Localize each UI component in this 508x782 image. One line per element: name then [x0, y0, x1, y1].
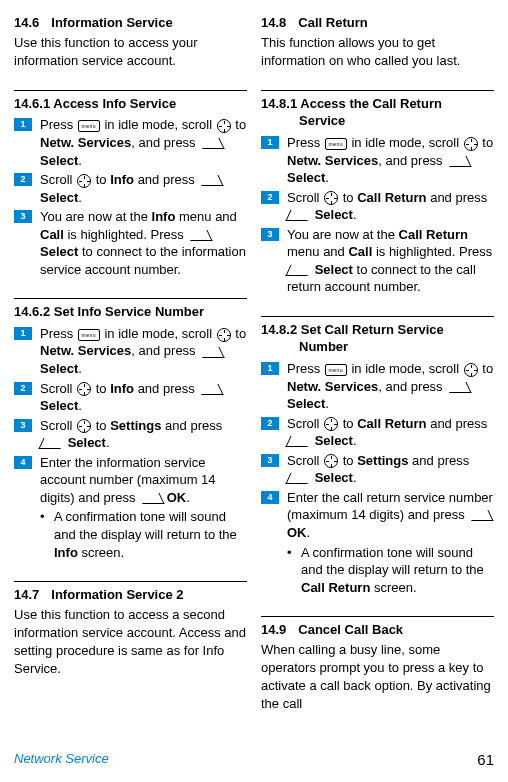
left-column: 14.6Information Service Use this functio…: [14, 14, 247, 733]
softkey-icon: [285, 265, 312, 276]
step-text: Scroll to Call Return and press Select.: [287, 189, 494, 224]
nav-key-icon: [464, 137, 478, 151]
page-number: 61: [477, 750, 494, 770]
section-heading: 14.6Information Service: [14, 14, 247, 32]
step-row: 4 Enter the call return service number (…: [261, 489, 494, 596]
softkey-icon: [285, 473, 312, 484]
section-heading: 14.8Call Return: [261, 14, 494, 32]
divider: [261, 616, 494, 617]
softkey-icon: [137, 493, 164, 504]
step-row: 2 Scroll to Call Return and press Select…: [261, 189, 494, 224]
step-row: 1 Press menu in idle mode, scroll to Net…: [261, 360, 494, 413]
sub-bullet: • A confirmation tone will sound and the…: [40, 508, 247, 561]
menu-key-icon: menu: [78, 120, 100, 132]
step-row: 1 Press menu in idle mode, scroll to Net…: [14, 116, 247, 169]
nav-key-icon: [217, 328, 231, 342]
step-badge: 2: [14, 382, 32, 395]
softkey-icon: [197, 384, 224, 395]
section-14-8-1: 14.8.1 Access the Call Return Service 1 …: [261, 90, 494, 296]
softkey-icon: [285, 436, 312, 447]
step-text: Scroll to Info and press Select.: [40, 171, 247, 206]
menu-key-icon: menu: [325, 138, 347, 150]
nav-key-icon: [77, 174, 91, 188]
nav-key-icon: [77, 419, 91, 433]
subsection-title: 14.8.2 Set Call Return Service Number: [261, 321, 494, 356]
softkey-icon: [198, 138, 225, 149]
bullet-mark: •: [40, 508, 54, 561]
divider: [261, 316, 494, 317]
bullet-text: A confirmation tone will sound and the d…: [54, 508, 247, 561]
softkey-icon: [38, 438, 65, 449]
section-title: Cancel Call Back: [298, 622, 403, 637]
step-row: 3 You are now at the Call Return menu an…: [261, 226, 494, 296]
section-14-6: 14.6Information Service Use this functio…: [14, 14, 247, 70]
step-badge: 2: [261, 191, 279, 204]
section-14-8-2: 14.8.2 Set Call Return Service Number 1 …: [261, 316, 494, 596]
step-badge: 2: [14, 173, 32, 186]
step-badge: 1: [14, 327, 32, 340]
step-row: 2 Scroll to Call Return and press Select…: [261, 415, 494, 450]
step-badge: 3: [261, 228, 279, 241]
step-badge: 4: [261, 491, 279, 504]
step-row: 3 You are now at the Info menu and Call …: [14, 208, 247, 278]
section-body: Use this function to access a second inf…: [14, 606, 247, 679]
section-title: Information Service 2: [51, 587, 183, 602]
nav-key-icon: [217, 119, 231, 133]
step-text: Scroll to Info and press Select.: [40, 380, 247, 415]
menu-key-icon: menu: [78, 329, 100, 341]
section-14-9: 14.9Cancel Call Back When calling a busy…: [261, 616, 494, 713]
steps-list: 1 Press menu in idle mode, scroll to Net…: [261, 360, 494, 596]
step-badge: 3: [14, 419, 32, 432]
section-title: Call Return: [298, 15, 367, 30]
section-heading: 14.9Cancel Call Back: [261, 621, 494, 639]
step-text: Press menu in idle mode, scroll to Netw.…: [287, 134, 494, 187]
section-title: Information Service: [51, 15, 172, 30]
section-14-8: 14.8Call Return This function allows you…: [261, 14, 494, 70]
nav-key-icon: [464, 363, 478, 377]
step-text: Press menu in idle mode, scroll to Netw.…: [40, 116, 247, 169]
softkey-icon: [198, 347, 225, 358]
step-badge: 1: [261, 136, 279, 149]
section-body: This function allows you to get informat…: [261, 34, 494, 70]
softkey-icon: [285, 210, 312, 221]
divider: [14, 581, 247, 582]
nav-key-icon: [324, 417, 338, 431]
divider: [14, 298, 247, 299]
step-text: Scroll to Call Return and press Select.: [287, 415, 494, 450]
softkey-icon: [186, 230, 213, 241]
section-heading: 14.7Information Service 2: [14, 586, 247, 604]
softkey-icon: [445, 382, 472, 393]
divider: [14, 90, 247, 91]
right-column: 14.8Call Return This function allows you…: [261, 14, 494, 733]
section-number: 14.6: [14, 15, 39, 30]
steps-list: 1 Press menu in idle mode, scroll to Net…: [261, 134, 494, 296]
divider: [261, 90, 494, 91]
step-text: You are now at the Info menu and Call is…: [40, 208, 247, 278]
step-badge: 3: [14, 210, 32, 223]
bullet-text: A confirmation tone will sound and the d…: [301, 544, 494, 597]
step-badge: 4: [14, 456, 32, 469]
step-row: 1 Press menu in idle mode, scroll to Net…: [14, 325, 247, 378]
step-row: 4 Enter the information service account …: [14, 454, 247, 561]
step-text: Enter the call return service number (ma…: [287, 489, 494, 596]
step-row: 2 Scroll to Info and press Select.: [14, 380, 247, 415]
step-badge: 3: [261, 454, 279, 467]
step-badge: 2: [261, 417, 279, 430]
step-row: 3 Scroll to Settings and press Select.: [261, 452, 494, 487]
step-text: Press menu in idle mode, scroll to Netw.…: [40, 325, 247, 378]
page-content: 14.6Information Service Use this functio…: [0, 0, 508, 733]
page-footer: Network Service 61: [14, 750, 494, 770]
section-14-6-2: 14.6.2 Set Info Service Number 1 Press m…: [14, 298, 247, 561]
steps-list: 1 Press menu in idle mode, scroll to Net…: [14, 325, 247, 561]
subsection-title: 14.8.1 Access the Call Return Service: [261, 95, 494, 130]
section-14-7: 14.7Information Service 2 Use this funct…: [14, 581, 247, 678]
step-row: 3 Scroll to Settings and press Select.: [14, 417, 247, 452]
nav-key-icon: [77, 382, 91, 396]
steps-list: 1 Press menu in idle mode, scroll to Net…: [14, 116, 247, 278]
section-body: Use this function to access your informa…: [14, 34, 247, 70]
step-badge: 1: [14, 118, 32, 131]
section-number: 14.9: [261, 622, 286, 637]
step-text: Scroll to Settings and press Select.: [40, 417, 247, 452]
softkey-icon: [197, 175, 224, 186]
subsection-title: 14.6.2 Set Info Service Number: [14, 303, 247, 321]
